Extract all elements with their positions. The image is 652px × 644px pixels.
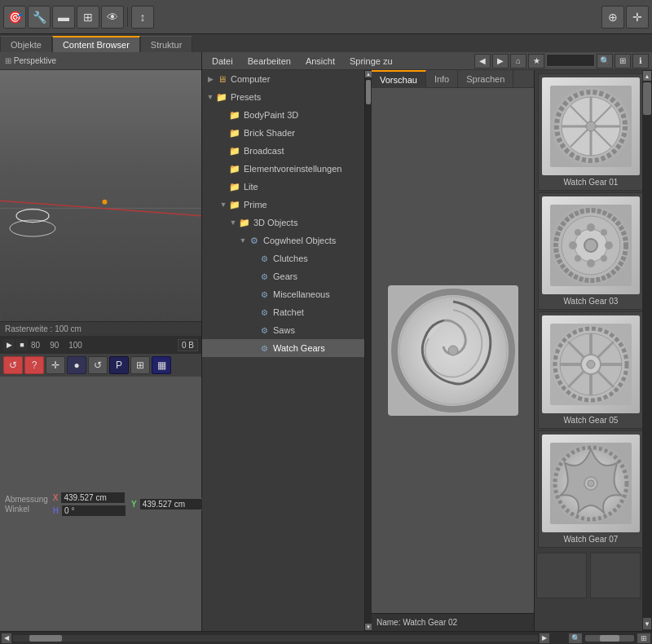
- nav-back[interactable]: ◀: [474, 54, 491, 68]
- tree-brick-shader[interactable]: 📁 Brick Shader: [202, 124, 364, 142]
- gear-item-01[interactable]: Watch Gear 01: [538, 73, 642, 191]
- tree-scrollbar[interactable]: ▲ ▼: [365, 70, 372, 631]
- timeline-play[interactable]: ▶: [3, 339, 15, 351]
- winkel-label: Winkel: [5, 505, 48, 514]
- tool-move[interactable]: ✛: [46, 356, 65, 374]
- nav-bookmark[interactable]: ★: [528, 54, 544, 68]
- tree-scroll-thumb: [366, 80, 371, 104]
- tree-saws[interactable]: ⚙ Saws: [202, 321, 364, 339]
- gear-item-05[interactable]: Watch Gear 05: [538, 311, 642, 429]
- tab-objekte[interactable]: Objekte: [0, 36, 52, 52]
- presets-folder-icon: 📁: [215, 90, 228, 104]
- misc-file-icon: ⚙: [258, 288, 271, 301]
- timeline-stop[interactable]: ■: [16, 339, 28, 351]
- gear-scroll-down[interactable]: ▼: [643, 618, 651, 629]
- tree-ratchet[interactable]: ⚙ Ratchet: [202, 303, 364, 321]
- svg-point-5: [102, 200, 107, 205]
- snap-icon[interactable]: ✛: [626, 6, 649, 29]
- tab-vorschau[interactable]: Vorschau: [372, 70, 426, 88]
- menu-ansicht[interactable]: Ansicht: [299, 55, 341, 67]
- tab-struktur[interactable]: Struktur: [140, 36, 193, 52]
- svg-point-33: [601, 229, 607, 236]
- tab-content-browser[interactable]: Content Browser: [52, 36, 140, 52]
- hscroll-right[interactable]: ▶: [540, 633, 549, 643]
- timeline-row: ▶ ■ 80 90 100 0 B: [0, 336, 201, 354]
- preview-name-label: Name: Watch Gear 02: [372, 613, 534, 631]
- nav-search[interactable]: 🔍: [597, 54, 613, 68]
- x-label: X: [53, 493, 59, 502]
- nav-info[interactable]: ℹ: [632, 54, 649, 68]
- gear-scroll-up[interactable]: ▲: [643, 71, 651, 81]
- h-label: H: [53, 506, 59, 515]
- tree-bodypaint[interactable]: 📁 BodyPaint 3D: [202, 106, 364, 124]
- tree-3dobjects[interactable]: ▼ 📁 3D Objects: [202, 214, 364, 232]
- menu-springe-zu[interactable]: Springe zu: [343, 55, 399, 67]
- tool-refresh[interactable]: ↺: [88, 356, 108, 374]
- svg-point-70: [588, 480, 594, 487]
- tree-scroll-down[interactable]: ▼: [365, 624, 372, 630]
- svg-point-18: [586, 121, 596, 131]
- gear-grid-scrollbar[interactable]: ▲ ▼: [642, 70, 652, 631]
- abmessung-label: Abmessung: [5, 495, 48, 504]
- zoom-thumb: [600, 635, 619, 642]
- timeline-scale: 80 90 100: [31, 341, 174, 350]
- tree-elementvor[interactable]: 📁 Elementvoreinstellungen: [202, 160, 364, 178]
- svg-point-31: [575, 229, 581, 236]
- tool-circle[interactable]: ●: [67, 356, 86, 374]
- toolbar-icon-2[interactable]: 🔧: [28, 6, 51, 29]
- tool-last[interactable]: ▦: [152, 356, 171, 374]
- zoom-slider[interactable]: [585, 635, 634, 642]
- tool-question[interactable]: ?: [24, 356, 44, 374]
- tab-info[interactable]: Info: [426, 70, 458, 88]
- svg-point-32: [601, 255, 607, 262]
- menu-datei[interactable]: Datei: [205, 55, 240, 67]
- tool-p[interactable]: P: [109, 356, 129, 374]
- gear-item-07[interactable]: Watch Gear 07: [538, 430, 642, 548]
- preview-image-area: [372, 88, 534, 613]
- nav-icon[interactable]: ⊕: [601, 6, 624, 29]
- zoom-icon-left[interactable]: 🔍: [569, 633, 582, 643]
- x-input[interactable]: [60, 492, 126, 504]
- broadcast-icon: 📁: [228, 144, 241, 157]
- tree-broadcast[interactable]: 📁 Broadcast: [202, 142, 364, 160]
- tree-watch-gears[interactable]: ⚙ Watch Gears: [202, 339, 364, 357]
- prime-icon: 📁: [228, 198, 241, 211]
- tool-grid[interactable]: ⊞: [130, 356, 150, 374]
- gear-item-03[interactable]: Watch Gear 03: [538, 192, 642, 310]
- tree-scroll-up[interactable]: ▲: [365, 71, 372, 77]
- tree-lite[interactable]: 📁 Lite: [202, 178, 364, 196]
- hscroll-track: [13, 635, 538, 642]
- toolbar-icon-1[interactable]: 🎯: [3, 6, 26, 29]
- gear-img-07: [542, 434, 640, 532]
- clutches-file-icon: ⚙: [258, 252, 271, 265]
- gear-label-07: Watch Gear 07: [564, 535, 619, 544]
- tab-sprachen[interactable]: Sprachen: [458, 70, 513, 88]
- nav-view[interactable]: ⊞: [615, 54, 631, 68]
- hscroll-left[interactable]: ◀: [2, 633, 11, 643]
- toolbar-icon-4[interactable]: ⊞: [77, 6, 99, 29]
- tree-computer[interactable]: ▶ 🖥 Computer: [202, 70, 364, 88]
- tree-prime[interactable]: ▼ 📁 Prime: [202, 196, 364, 214]
- tree-gears[interactable]: ⚙ Gears: [202, 267, 364, 285]
- viewport-canvas[interactable]: [0, 70, 201, 321]
- svg-point-26: [584, 239, 597, 252]
- tree-cogwheel[interactable]: ▼ ⚙ Cogwheel Objects: [202, 232, 364, 249]
- tool-rotate[interactable]: ↺: [3, 356, 23, 374]
- nav-forward[interactable]: ▶: [492, 54, 509, 68]
- h-input[interactable]: [61, 505, 126, 517]
- tree-presets[interactable]: ▼ 📁 Presets: [202, 88, 364, 106]
- properties-row: Abmessung Winkel X H Y: [0, 377, 201, 631]
- gear-img-05: [542, 315, 640, 413]
- tree-miscellaneous[interactable]: ⚙ Miscellaneous: [202, 285, 364, 303]
- toolbar-icon-6[interactable]: ↕: [131, 6, 154, 29]
- viewport-grid: [0, 70, 201, 321]
- content-browser-panel: Datei Bearbeiten Ansicht Springe zu ◀ ▶ …: [202, 52, 652, 631]
- menu-bearbeiten[interactable]: Bearbeiten: [241, 55, 297, 67]
- svg-point-10: [448, 346, 458, 355]
- nav-home[interactable]: ⌂: [510, 54, 526, 68]
- tree-clutches[interactable]: ⚙ Clutches: [202, 249, 364, 267]
- y-input[interactable]: [139, 498, 205, 510]
- toolbar-icon-3[interactable]: ▬: [52, 6, 75, 29]
- zoom-fit[interactable]: ⊞: [637, 633, 650, 643]
- toolbar-icon-5[interactable]: 👁: [101, 6, 124, 29]
